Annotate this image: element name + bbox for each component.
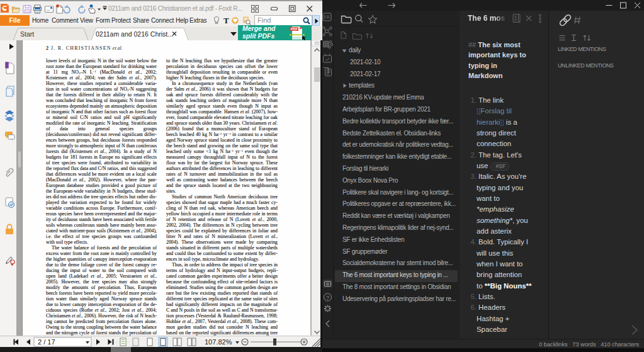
svg-text:?: ? xyxy=(326,295,329,301)
svg-text:0211am and 0216 Christ...: 0211am and 0216 Christ... xyxy=(96,30,173,38)
svg-text:Start: Start xyxy=(20,30,34,38)
svg-text:107.82%: 107.82% xyxy=(205,338,232,346)
svg-text:T: T xyxy=(223,16,229,25)
svg-text:2 / 17: 2 / 17 xyxy=(38,338,55,346)
svg-text:PDF: PDF xyxy=(291,27,298,31)
